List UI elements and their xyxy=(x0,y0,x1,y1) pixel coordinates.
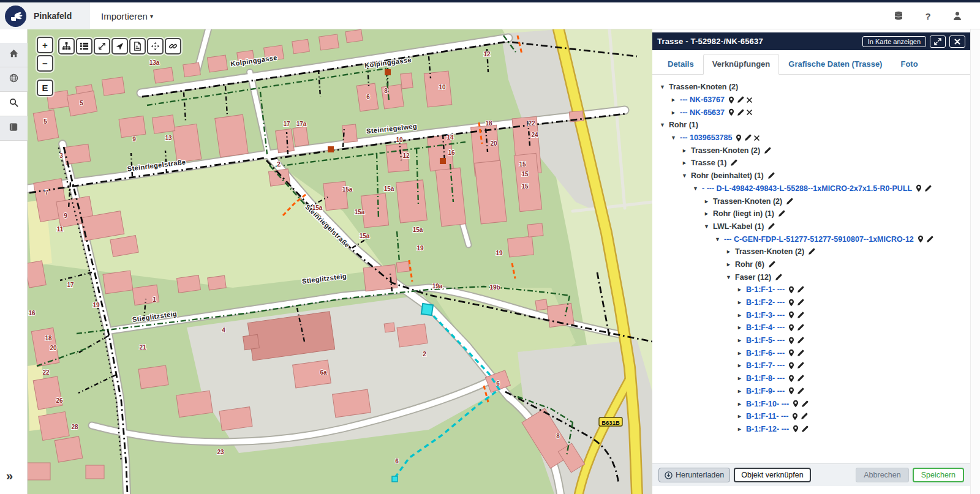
tree-object-link[interactable]: B-1:F-11- --- xyxy=(746,412,788,421)
edit-pencil-icon[interactable] xyxy=(744,134,752,141)
locate-button[interactable] xyxy=(111,38,128,54)
tree-row[interactable]: ►--- NK-65637 xyxy=(652,106,970,119)
tree-row[interactable]: ►B-1:F-4- --- xyxy=(652,321,970,334)
hierarchy-button[interactable] xyxy=(58,38,75,54)
collapse-arrow-icon[interactable]: ▼ xyxy=(671,135,680,141)
edit-pencil-icon[interactable] xyxy=(797,362,804,369)
edit-pencil-icon[interactable] xyxy=(767,172,775,179)
edit-pencil-icon[interactable] xyxy=(801,413,808,420)
edit-pencil-icon[interactable] xyxy=(924,185,932,192)
tree-row[interactable]: ▼--- C-GEN-FDP-L-51277-51277-5910807--1x… xyxy=(652,233,970,245)
tab-verkn-pfungen[interactable]: Verknüpfungen xyxy=(703,54,780,75)
tree-object-link[interactable]: B-1:F-12- --- xyxy=(746,425,789,433)
tree-row[interactable]: ►B-1:F-11- --- xyxy=(652,410,970,423)
tree-object-link[interactable]: B-1:F-7- --- xyxy=(746,361,785,370)
collapse-arrow-icon[interactable]: ▼ xyxy=(693,185,702,192)
expand-arrow-icon[interactable]: ► xyxy=(726,261,735,268)
expand-arrow-icon[interactable]: ► xyxy=(737,350,746,356)
map-pin-icon[interactable] xyxy=(788,387,794,395)
edit-pencil-icon[interactable] xyxy=(808,248,815,255)
download-button[interactable]: Herunterladen xyxy=(658,468,730,482)
tree-row[interactable]: ►B-1:F-7- --- xyxy=(652,359,970,372)
tree-row[interactable]: ►Rohr (liegt in) (1) xyxy=(652,208,970,220)
sidebar-item-globe[interactable] xyxy=(0,67,28,92)
expand-arrow-icon[interactable]: ► xyxy=(737,337,746,343)
tree-row[interactable]: ►Trasse (1) xyxy=(652,157,970,170)
tree-row[interactable]: ►--- NK-63767 xyxy=(652,94,970,107)
expand-arrow-icon[interactable]: ► xyxy=(737,324,746,331)
map-pin-icon[interactable] xyxy=(788,324,794,332)
tree-object-link[interactable]: B-1:F-4- --- xyxy=(746,323,785,332)
tree-row[interactable]: ►B-1:F-1- --- xyxy=(652,283,970,296)
measure-button[interactable] xyxy=(94,38,110,54)
tree-row[interactable]: ►B-1:F-8- --- xyxy=(652,372,970,385)
map-pin-icon[interactable] xyxy=(788,375,794,383)
tree-row[interactable]: ▼LWL-Kabel (1) xyxy=(652,220,970,233)
map-pin-icon[interactable] xyxy=(793,425,799,433)
tree-row[interactable]: ▼--- 1039653785 xyxy=(652,132,970,144)
collapse-arrow-icon[interactable]: ▼ xyxy=(660,122,669,128)
map-pin-icon[interactable] xyxy=(728,108,734,116)
tree-object-link[interactable]: B-1:F-8- --- xyxy=(746,374,785,383)
map-pin-icon[interactable] xyxy=(788,299,794,307)
export-pdf-button[interactable] xyxy=(129,38,146,54)
edit-pencil-icon[interactable] xyxy=(737,109,744,116)
edit-pencil-icon[interactable] xyxy=(730,159,737,167)
sidebar-item-catalog[interactable] xyxy=(0,116,28,141)
edit-pencil-icon[interactable] xyxy=(797,337,804,344)
edit-pencil-icon[interactable] xyxy=(926,236,933,243)
tree-row[interactable]: ▼Rohr (beinhaltet) (1) xyxy=(652,170,970,182)
tree-row[interactable]: ▼Rohr (1) xyxy=(652,119,970,132)
tree-object-link[interactable]: - --- D-L-49842-49843-L-55288--1xMICRO-2… xyxy=(702,184,912,193)
map-canvas[interactable]: KolpinggasseKolpinggasseSteinriegelwegSt… xyxy=(28,29,652,494)
tree-object-link[interactable]: B-1:F-10- --- xyxy=(746,400,789,408)
tree-object-link[interactable]: --- NK-65637 xyxy=(680,108,725,117)
map-pin-icon[interactable] xyxy=(788,349,794,357)
expand-arrow-icon[interactable]: ► xyxy=(671,110,680,116)
cancel-button[interactable]: Abbrechen xyxy=(856,468,908,482)
collapse-arrow-icon[interactable]: ▼ xyxy=(682,173,691,179)
tree-row[interactable]: ►B-1:F-2- --- xyxy=(652,296,970,309)
tree-object-link[interactable]: B-1:F-5- --- xyxy=(746,336,785,345)
tab-details[interactable]: Details xyxy=(658,54,703,75)
map-pin-icon[interactable] xyxy=(792,413,798,421)
help-icon[interactable]: ? xyxy=(922,10,933,21)
edit-pencil-icon[interactable] xyxy=(797,324,804,331)
expand-arrow-icon[interactable]: ► xyxy=(737,362,746,369)
show-in-map-button[interactable]: In Karte anzeigen xyxy=(862,36,926,47)
tree-row[interactable]: ►B-1:F-3- --- xyxy=(652,309,970,321)
close-panel-button[interactable] xyxy=(949,36,965,48)
tree-object-link[interactable]: --- NK-63767 xyxy=(680,95,725,104)
tree-row[interactable]: ▼- --- D-L-49842-49843-L-55288--1xMICRO-… xyxy=(652,182,970,195)
sidebar-item-search[interactable] xyxy=(0,92,28,116)
map-pin-icon[interactable] xyxy=(736,134,742,142)
expand-arrow-icon[interactable]: ► xyxy=(737,375,746,381)
edit-pencil-icon[interactable] xyxy=(775,274,782,281)
edit-pencil-icon[interactable] xyxy=(797,350,804,357)
table-button[interactable] xyxy=(76,38,92,54)
tree-object-link[interactable]: B-1:F-3- --- xyxy=(746,311,785,320)
save-button[interactable]: Speichern xyxy=(913,468,964,482)
tree-row[interactable]: ►B-1:F-10- --- xyxy=(652,397,970,410)
tree-row[interactable]: ►Rohr (6) xyxy=(652,258,970,271)
tree-row[interactable]: ►B-1:F-6- --- xyxy=(652,346,970,359)
map-pin-icon[interactable] xyxy=(788,286,794,294)
database-icon[interactable] xyxy=(893,10,904,21)
edit-pencil-icon[interactable] xyxy=(764,147,771,154)
edit-pencil-icon[interactable] xyxy=(778,210,785,217)
edit-pencil-icon[interactable] xyxy=(786,198,793,205)
expand-arrow-icon[interactable]: ► xyxy=(737,413,746,419)
tree-object-link[interactable]: B-1:F-2- --- xyxy=(746,298,785,307)
pan-button[interactable] xyxy=(147,38,164,54)
tree-row[interactable]: ▼Trassen-Knoten (2) xyxy=(652,81,970,94)
expand-arrow-icon[interactable]: ► xyxy=(671,97,680,103)
edit-pencil-icon[interactable] xyxy=(801,425,809,433)
sidebar-item-home[interactable] xyxy=(0,43,28,67)
collapse-arrow-icon[interactable]: ▼ xyxy=(726,274,735,280)
link-button[interactable] xyxy=(165,38,181,54)
tab-foto[interactable]: Foto xyxy=(891,54,927,75)
expand-arrow-icon[interactable]: ► xyxy=(737,299,746,305)
collapse-arrow-icon[interactable]: ▼ xyxy=(660,84,669,90)
tree-row[interactable]: ►B-1:F-12- --- xyxy=(652,423,970,436)
remove-x-icon[interactable] xyxy=(747,110,752,115)
